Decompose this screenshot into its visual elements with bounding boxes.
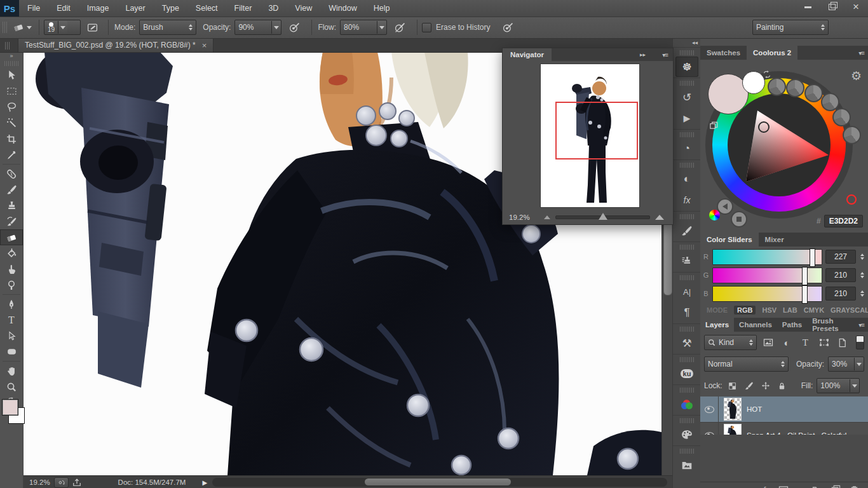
horizontal-scroll-thumb[interactable] (365, 478, 511, 485)
menu-window[interactable]: Window (320, 0, 365, 17)
dock-collapse-button[interactable]: ◂◂ (673, 38, 701, 47)
filter-pixel-layers-button[interactable] (761, 336, 775, 349)
delete-layer-button[interactable] (850, 485, 859, 488)
path-selection-tool[interactable] (0, 328, 23, 344)
pen-tool[interactable] (0, 296, 23, 312)
horizontal-scrollbar[interactable] (212, 478, 667, 487)
type-tool[interactable]: T (0, 312, 23, 328)
copy-color-icon[interactable] (709, 121, 719, 130)
tab-channels[interactable]: Channels (734, 318, 777, 332)
history-brush-tool[interactable] (0, 214, 23, 229)
menu-file[interactable]: File (19, 0, 48, 17)
workspace-dropdown[interactable]: Painting (752, 20, 829, 35)
wheel-stop-button[interactable] (731, 211, 747, 227)
navigator-zoom-field[interactable]: 19.2% (509, 214, 530, 221)
clone-stamp-tool[interactable] (0, 198, 23, 214)
move-tool[interactable] (0, 67, 23, 83)
panel-menu-icon[interactable]: ▾≡ (858, 50, 864, 57)
share-icon[interactable] (72, 478, 81, 487)
clone-source-panel-icon[interactable] (675, 251, 698, 271)
green-slider-handle[interactable] (802, 267, 808, 285)
layer-row-hot[interactable]: HOT (700, 396, 868, 423)
adjustments-panel-icon[interactable]: ◐ (675, 169, 698, 189)
gradient-tool[interactable] (0, 245, 23, 261)
scheme-triad-button[interactable] (804, 84, 823, 102)
flow-dropdown[interactable]: 80% (340, 20, 387, 35)
color-themes-panel-icon[interactable] (675, 394, 698, 414)
visibility-eye-icon[interactable] (700, 396, 719, 422)
brush-presets-panel-icon[interactable] (675, 220, 698, 241)
scheme-complement-button[interactable] (786, 79, 804, 97)
scheme-tetrad-button[interactable] (821, 93, 839, 111)
options-grip[interactable] (3, 22, 8, 33)
tab-color-sliders[interactable]: Color Sliders (700, 233, 759, 247)
red-value-field[interactable]: 227 (825, 250, 856, 264)
minimize-button[interactable] (796, 0, 820, 14)
menu-type[interactable]: Type (154, 0, 187, 17)
tool-preset-picker[interactable] (10, 22, 34, 33)
styles-panel-icon[interactable]: fx (675, 190, 698, 210)
tool-presets-panel-icon[interactable]: ⚒ (675, 333, 698, 353)
lock-transparency-button[interactable] (726, 379, 739, 392)
red-stepper[interactable] (860, 254, 864, 260)
wheel-prev-button[interactable] (717, 198, 733, 215)
mode-cmyk[interactable]: CMYK (804, 306, 824, 314)
zoom-in-icon[interactable] (655, 215, 664, 220)
mode-dropdown[interactable]: Brush (139, 20, 196, 35)
wheel-background-color[interactable] (742, 71, 765, 94)
toggle-brush-panel-button[interactable] (85, 21, 100, 34)
new-group-button[interactable] (812, 485, 822, 488)
eyedropper-tool[interactable] (0, 147, 23, 163)
menu-layer[interactable]: Layer (117, 0, 153, 17)
menu-help[interactable]: Help (365, 0, 398, 17)
scheme-analogic-button[interactable] (832, 108, 851, 126)
foreground-color-swatch[interactable] (2, 399, 18, 416)
properties-panel-icon[interactable]: ◔ (675, 139, 698, 159)
close-button[interactable]: × (844, 0, 868, 14)
character-panel-icon[interactable]: A| (675, 281, 698, 302)
swap-colors-icon[interactable] (763, 70, 771, 79)
blue-stepper[interactable] (860, 290, 864, 297)
fill-dropdown-button[interactable] (850, 379, 859, 392)
magic-wand-tool[interactable] (0, 115, 23, 131)
lock-all-button[interactable] (776, 379, 789, 392)
hex-value-field[interactable]: E3D2D2 (824, 215, 863, 227)
navigator-thumbnail[interactable] (541, 64, 639, 207)
blue-slider-handle[interactable] (802, 285, 808, 304)
document-close-icon[interactable]: × (202, 41, 207, 50)
brush-size-picker[interactable]: 19 (44, 20, 81, 35)
mode-lab[interactable]: LAB (783, 306, 797, 314)
zoom-tool[interactable] (0, 379, 23, 395)
kuler-panel-icon[interactable]: ku (675, 363, 698, 384)
navigator-panel-icon[interactable]: ☸ (675, 57, 698, 77)
restore-button[interactable] (820, 0, 844, 14)
navigator-zoom-slider[interactable] (555, 215, 650, 219)
eraser-tool[interactable] (0, 229, 23, 245)
mode-hsv[interactable]: HSV (762, 306, 776, 314)
navigator-header[interactable]: Navigator ▸▸ ▾≡ (503, 48, 673, 61)
green-slider-track[interactable] (712, 268, 822, 283)
fill-dropdown[interactable]: 100% (817, 378, 860, 393)
scheme-mono-button[interactable] (768, 78, 786, 96)
gear-icon[interactable]: ⚙ (851, 69, 862, 83)
tab-brush-presets[interactable]: Brush Presets (807, 318, 858, 332)
mode-grayscale[interactable]: GRAYSCALE (831, 306, 868, 314)
erase-to-history-checkbox[interactable] (422, 23, 431, 32)
brush-size-dropdown-button[interactable] (58, 21, 67, 34)
filter-kind-dropdown[interactable]: Kind (704, 335, 757, 350)
filter-smart-objects-button[interactable] (835, 336, 850, 349)
filter-type-layers-button[interactable]: T (798, 336, 813, 349)
zoom-level-field[interactable]: 19.2% (29, 478, 50, 486)
link-layers-button[interactable] (744, 485, 754, 488)
lock-pixels-button[interactable] (743, 379, 756, 392)
document-tab[interactable]: TestStuff_BIG_002.psd @ 19.2% (HOT, RGB/… (18, 37, 214, 52)
menu-select[interactable]: Select (187, 0, 226, 17)
layer-opacity-dropdown[interactable]: 30% (828, 356, 864, 372)
dodge-tool[interactable] (0, 277, 23, 293)
workflow-buttons[interactable] (54, 477, 69, 488)
zoom-out-icon[interactable] (544, 215, 550, 219)
marquee-tool[interactable] (0, 83, 23, 99)
layer-thumbnail[interactable] (724, 398, 742, 421)
flow-dropdown-button[interactable] (377, 21, 386, 34)
paragraph-panel-icon[interactable]: ¶ (675, 302, 698, 323)
